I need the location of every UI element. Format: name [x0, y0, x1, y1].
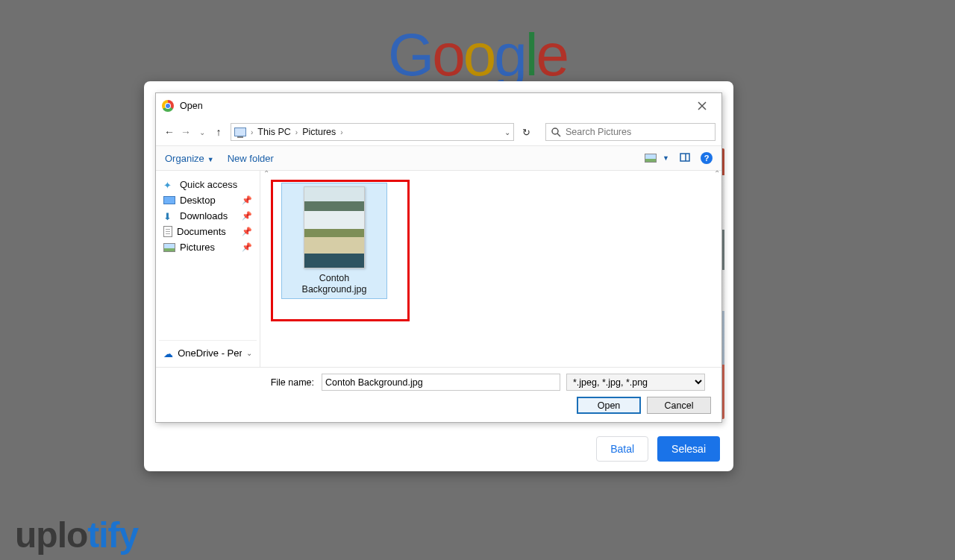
dialog-body: ✦ Quick access Desktop 📌 ⬇ Downloads 📌 D…	[156, 171, 721, 367]
nav-arrows: ← → ⌄ ↑	[160, 126, 228, 138]
sidebar-item-downloads[interactable]: ⬇ Downloads 📌	[159, 208, 257, 224]
sidebar-item-label: Desktop	[180, 195, 216, 206]
filename-input[interactable]	[322, 374, 560, 391]
sidebar-item-desktop[interactable]: Desktop 📌	[159, 192, 257, 208]
refresh-button[interactable]: ↻	[517, 127, 535, 138]
search-input[interactable]: Search Pictures	[545, 123, 716, 141]
picture-icon	[163, 243, 175, 252]
dialog-title: Open	[180, 101, 203, 111]
filename-label: File name:	[165, 377, 314, 388]
sidebar-item-label: OneDrive - Persor	[178, 347, 242, 359]
scroll-up-icon: ⌃	[714, 169, 720, 177]
desktop-icon	[163, 196, 175, 204]
view-mode-button[interactable]: ▼	[645, 154, 669, 163]
chrome-icon	[162, 100, 174, 112]
cloud-icon: ☁	[163, 348, 173, 359]
document-icon	[163, 226, 172, 237]
batal-button[interactable]: Batal	[596, 436, 648, 462]
pin-icon: 📌	[242, 227, 252, 236]
modal-footer: Batal Selesai	[144, 427, 733, 471]
pin-icon: 📌	[242, 242, 252, 252]
sidebar-item-documents[interactable]: Documents 📌	[159, 224, 257, 239]
google-logo: Google	[388, 21, 567, 89]
breadcrumb-pictures[interactable]: Pictures	[302, 127, 336, 137]
svg-rect-1	[680, 154, 689, 161]
chevron-right-icon: ›	[295, 128, 298, 136]
chevron-right-icon: ›	[251, 128, 253, 136]
nav-history-dropdown[interactable]: ⌄	[195, 128, 210, 136]
this-pc-icon	[234, 128, 246, 136]
address-bar[interactable]: › This PC › Pictures › ⌄	[231, 123, 514, 141]
dialog-close-button[interactable]	[687, 93, 717, 119]
nav-back-button[interactable]: ←	[162, 126, 177, 138]
open-button[interactable]: Open	[577, 397, 641, 414]
sidebar-item-quick-access[interactable]: ✦ Quick access	[159, 177, 257, 192]
chevron-down-icon: ⌄	[246, 349, 252, 357]
sidebar-item-onedrive[interactable]: ☁ OneDrive - Persor ⌄	[159, 345, 257, 361]
dialog-toolbar: Organize▼ New folder ▼ ?	[156, 145, 721, 171]
help-button[interactable]: ?	[701, 152, 713, 164]
nav-forward-button[interactable]: →	[178, 126, 193, 138]
search-placeholder: Search Pictures	[566, 127, 631, 137]
preview-pane-button[interactable]	[680, 152, 690, 165]
pin-icon: 📌	[242, 195, 252, 205]
star-icon: ✦	[163, 180, 175, 190]
chevron-right-icon: ›	[340, 128, 342, 136]
pin-icon: 📌	[242, 211, 252, 221]
dialog-footer: File name: *.jpeg, *.jpg, *.png Open Can…	[156, 367, 721, 422]
preview-pane-icon	[680, 152, 690, 163]
file-list[interactable]: ⌃ ⌃ ContohBackground.jpg	[260, 171, 721, 367]
dialog-titlebar: Open	[156, 93, 721, 119]
sidebar-item-label: Documents	[177, 226, 226, 237]
scroll-up-icon: ⌃	[263, 169, 269, 177]
nav-sidebar: ✦ Quick access Desktop 📌 ⬇ Downloads 📌 D…	[156, 171, 260, 367]
address-dropdown[interactable]: ⌄	[504, 128, 510, 136]
sidebar-item-pictures[interactable]: Pictures 📌	[159, 239, 257, 255]
download-icon: ⬇	[163, 211, 175, 221]
new-folder-button[interactable]: New folder	[228, 153, 274, 164]
nav-up-button[interactable]: ↑	[211, 126, 226, 138]
dialog-navrow: ← → ⌄ ↑ › This PC › Pictures › ⌄ ↻ Searc…	[156, 119, 721, 145]
cancel-button[interactable]: Cancel	[647, 397, 711, 414]
breadcrumb-this-pc[interactable]: This PC	[257, 127, 290, 137]
sidebar-item-label: Downloads	[180, 210, 228, 221]
file-type-select[interactable]: *.jpeg, *.jpg, *.png	[566, 374, 705, 391]
file-thumbnail	[304, 186, 365, 268]
uplotify-watermark: uplotify	[15, 515, 138, 556]
file-open-dialog: Open ← → ⌄ ↑ › This PC › Pictures › ⌄ ↻ …	[155, 92, 722, 423]
sidebar-item-label: Quick access	[180, 179, 237, 190]
selesai-button[interactable]: Selesai	[657, 436, 720, 462]
file-name: ContohBackground.jpg	[302, 273, 367, 295]
picture-view-icon	[645, 154, 657, 163]
close-icon	[697, 101, 707, 111]
organize-menu[interactable]: Organize▼	[165, 153, 214, 164]
svg-point-0	[552, 128, 558, 134]
search-icon	[551, 127, 561, 137]
file-item[interactable]: ContohBackground.jpg	[281, 183, 387, 299]
sidebar-item-label: Pictures	[180, 242, 215, 253]
